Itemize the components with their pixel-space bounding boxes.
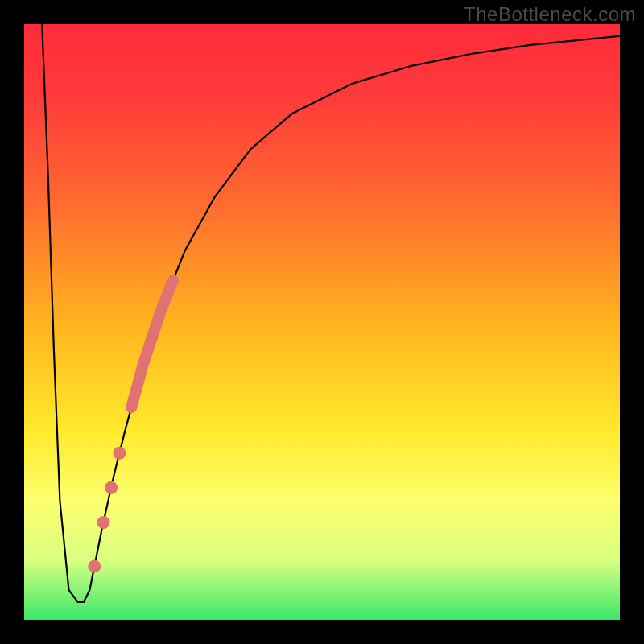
marker-dot	[105, 481, 118, 494]
marker-dot	[113, 447, 126, 460]
watermark-text: TheBottleneck.com	[464, 3, 636, 26]
marker-dot	[88, 559, 101, 572]
marker-dot	[97, 516, 109, 529]
curve-svg	[24, 24, 620, 620]
bottleneck-curve	[42, 24, 620, 602]
marker-thick-segment	[131, 280, 173, 407]
chart-frame: TheBottleneck.com	[0, 0, 644, 644]
plot-area	[24, 24, 620, 620]
